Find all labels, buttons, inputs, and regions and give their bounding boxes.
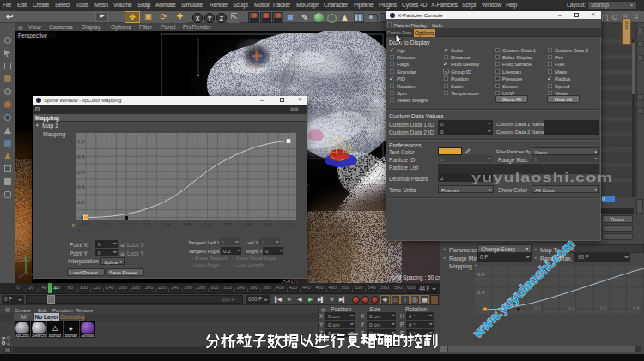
- svg-text:Grid Spacing : 50 cm: Grid Spacing : 50 cm: [391, 274, 440, 281]
- svg-text:0.8: 0.8: [477, 272, 485, 277]
- svg-text:0.8: 0.8: [633, 306, 640, 311]
- svg-text:1.0: 1.0: [77, 139, 85, 144]
- svg-text:0.2: 0.2: [534, 306, 541, 311]
- svg-text:0.4: 0.4: [568, 306, 575, 311]
- svg-text:0.8: 0.8: [77, 154, 85, 159]
- svg-text:0.4: 0.4: [77, 184, 85, 190]
- svg-text:0.4: 0.4: [477, 290, 485, 295]
- svg-text:0.2: 0.2: [77, 200, 85, 205]
- svg-text:0.6: 0.6: [77, 170, 85, 175]
- svg-text:0.6: 0.6: [600, 306, 607, 311]
